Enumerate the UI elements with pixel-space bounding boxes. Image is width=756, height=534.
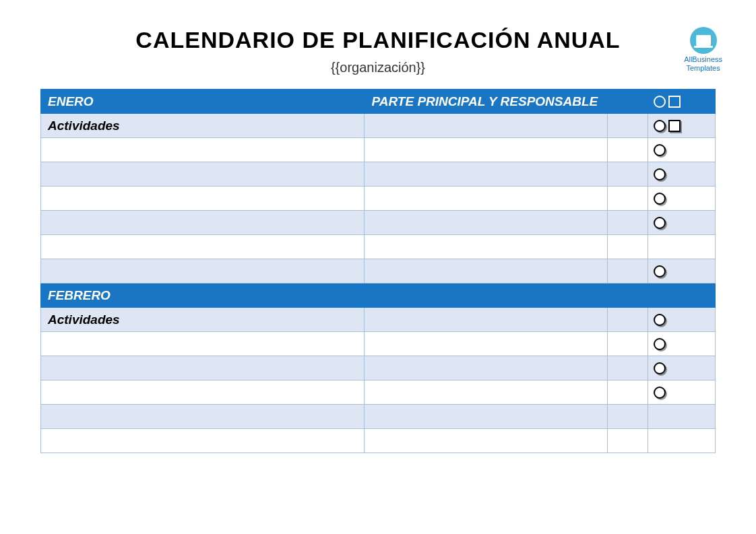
document-title: CALENDARIO DE PLANIFICACIÓN ANUAL	[135, 27, 620, 53]
cell	[607, 162, 648, 187]
status-cell	[648, 162, 715, 187]
section-header-row: Actividades	[41, 114, 716, 138]
month-name-cell: FEBRERO	[41, 283, 365, 308]
brand-logo: AllBusiness Templates	[684, 27, 722, 73]
status-cell	[648, 211, 715, 235]
table-row	[41, 187, 716, 211]
table-row	[41, 235, 716, 259]
circle-icon	[654, 120, 666, 132]
document-subtitle: {{organización}}	[40, 60, 716, 75]
cell	[607, 429, 648, 453]
cell	[41, 332, 365, 356]
circle-icon	[654, 193, 666, 205]
cell	[365, 380, 607, 405]
cell	[365, 429, 607, 453]
cell	[41, 162, 365, 187]
cell	[607, 259, 648, 283]
spacer-cell	[607, 90, 648, 114]
planning-table: ENEROPARTE PRINCIPAL Y RESPONSABLEActivi…	[40, 89, 716, 453]
month-header-row: ENEROPARTE PRINCIPAL Y RESPONSABLE	[41, 90, 716, 114]
logo-text-line2: Templates	[684, 64, 722, 73]
cell	[607, 187, 648, 211]
status-cell	[648, 114, 715, 138]
circle-icon	[654, 265, 666, 277]
cell	[365, 356, 607, 380]
cell	[41, 235, 365, 259]
status-cell	[648, 332, 715, 356]
table-row	[41, 332, 716, 356]
cell	[607, 332, 648, 356]
circle-icon	[654, 168, 666, 180]
circle-icon	[654, 144, 666, 156]
status-cell	[648, 187, 715, 211]
status-cell	[648, 356, 715, 380]
cell	[607, 308, 648, 332]
cell	[41, 380, 365, 405]
status-header-cell	[648, 283, 715, 308]
cell	[41, 429, 365, 453]
month-name-cell: ENERO	[41, 90, 365, 114]
cell	[365, 259, 607, 283]
cell	[41, 138, 365, 162]
status-cell	[648, 308, 715, 332]
spacer-cell	[607, 283, 648, 308]
table-row	[41, 356, 716, 380]
cell	[607, 356, 648, 380]
circle-icon	[654, 314, 666, 326]
status-cell	[648, 429, 715, 453]
status-header-cell	[648, 90, 715, 114]
cell	[607, 235, 648, 259]
status-cell	[648, 259, 715, 283]
cell	[607, 211, 648, 235]
cell	[607, 114, 648, 138]
circle-icon	[654, 362, 666, 374]
square-icon	[668, 120, 681, 132]
cell	[365, 308, 607, 332]
cell	[41, 259, 365, 283]
circle-icon	[654, 217, 666, 229]
status-cell	[648, 138, 715, 162]
cell	[365, 138, 607, 162]
cell	[365, 405, 607, 429]
status-cell	[648, 405, 715, 429]
cell	[365, 187, 607, 211]
cell	[365, 114, 607, 138]
cell	[41, 405, 365, 429]
table-row	[41, 405, 716, 429]
circle-icon	[654, 96, 666, 108]
cell	[607, 405, 648, 429]
cell	[365, 235, 607, 259]
cell	[41, 356, 365, 380]
logo-circle-icon	[690, 27, 717, 54]
circle-icon	[654, 387, 666, 399]
table-row	[41, 429, 716, 453]
circle-icon	[654, 338, 666, 350]
square-icon	[668, 96, 681, 108]
section-label-cell: Actividades	[41, 308, 365, 332]
responsible-header-cell	[365, 283, 607, 308]
responsible-header-cell: PARTE PRINCIPAL Y RESPONSABLE	[365, 90, 607, 114]
cell	[607, 138, 648, 162]
table-row	[41, 162, 716, 187]
laptop-icon	[696, 35, 711, 46]
status-cell	[648, 235, 715, 259]
table-row	[41, 211, 716, 235]
cell	[41, 211, 365, 235]
month-header-row: FEBRERO	[41, 283, 716, 308]
cell	[365, 162, 607, 187]
cell	[607, 380, 648, 405]
cell	[41, 187, 365, 211]
section-header-row: Actividades	[41, 308, 716, 332]
logo-text-line1: AllBusiness	[684, 55, 722, 64]
document-header: CALENDARIO DE PLANIFICACIÓN ANUAL AllBus…	[40, 27, 716, 75]
cell	[365, 332, 607, 356]
table-row	[41, 380, 716, 405]
status-cell	[648, 380, 715, 405]
section-label-cell: Actividades	[41, 114, 365, 138]
cell	[365, 211, 607, 235]
table-row	[41, 259, 716, 283]
table-row	[41, 138, 716, 162]
